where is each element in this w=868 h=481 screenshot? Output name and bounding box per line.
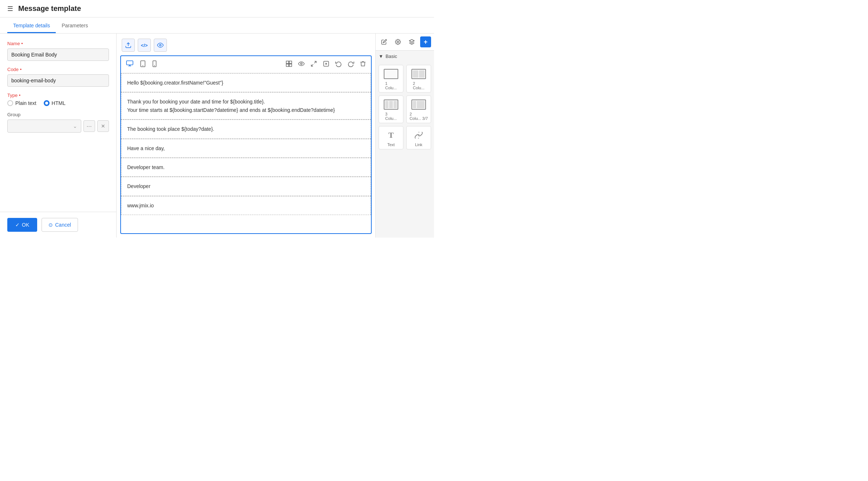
svg-line-14 [311, 64, 313, 66]
name-label: Name • [7, 41, 109, 46]
radio-html-label: HTML [52, 100, 66, 106]
group-row: ⌄ ··· ✕ [7, 120, 109, 133]
block-1col[interactable]: 1Colu... [379, 65, 403, 93]
cancel-button[interactable]: ⊙ Cancel [42, 218, 78, 232]
content-block-4[interactable]: Developer team. [121, 158, 371, 177]
ok-check-icon: ✓ [15, 222, 20, 228]
content-block-2-text: The booking took place ${today?date}. [127, 125, 365, 133]
center-panel: </> [117, 34, 376, 238]
content-block-5[interactable]: Developer [121, 177, 371, 196]
basic-section-header: ▼ Basic [376, 51, 434, 62]
editor-area: Hello ${booking.creator.firstName!"Guest… [120, 55, 372, 234]
group-clear-button[interactable]: ✕ [97, 120, 109, 132]
tablet-device-button[interactable] [138, 59, 147, 70]
ok-button[interactable]: ✓ OK [7, 218, 37, 232]
undo-button[interactable] [334, 59, 343, 70]
content-block-0[interactable]: Hello ${booking.creator.firstName!"Guest… [121, 73, 371, 92]
block-3col[interactable]: 3Colu... [379, 95, 403, 123]
header: ☰ Message template [0, 0, 434, 17]
type-options: Plain text HTML [7, 100, 109, 106]
type-field-group: Type • Plain text HTML [7, 93, 109, 106]
block-2col-37-label: 2Colu... 3/7 [410, 112, 428, 121]
radio-html-circle [44, 100, 50, 106]
desktop-device-button[interactable] [125, 59, 135, 70]
mobile-device-button[interactable] [151, 59, 158, 70]
image-remove-button[interactable] [321, 59, 331, 70]
svg-rect-9 [289, 61, 292, 64]
type-label: Type • [7, 93, 109, 98]
code-label: Code • [7, 67, 109, 72]
content-block-3-text: Have a nice day, [127, 144, 365, 152]
radio-html[interactable]: HTML [44, 100, 66, 106]
edit-tool-button[interactable] [379, 36, 390, 47]
block-2col-37[interactable]: 2Colu... 3/7 [406, 95, 431, 123]
settings-button[interactable] [392, 36, 403, 47]
svg-rect-8 [286, 61, 289, 64]
redo-button[interactable] [346, 59, 356, 70]
blocks-grid: 1Colu... 2Colu... 3Colu... [376, 62, 434, 152]
group-label: Group [7, 112, 109, 117]
content-block-3[interactable]: Have a nice day, [121, 139, 371, 158]
block-3col-label: 3Colu... [385, 112, 397, 121]
tab-template-details[interactable]: Template details [7, 19, 56, 33]
form-footer: ✓ OK ⊙ Cancel [0, 212, 117, 238]
group-more-button[interactable]: ··· [83, 120, 95, 132]
right-panel-toolbar: + [376, 34, 434, 51]
preview-button[interactable] [154, 39, 167, 52]
editor-content: Hello ${booking.creator.firstName!"Guest… [121, 73, 371, 233]
editor-empty-space [121, 215, 371, 230]
svg-rect-2 [126, 61, 133, 65]
block-2col-37-icon [411, 99, 426, 110]
radio-plain-text-label: Plain text [15, 100, 36, 106]
content-block-5-text: Developer [127, 182, 365, 190]
device-icons [125, 59, 158, 70]
left-panel: Name • Code • Type • Plain text [0, 34, 117, 238]
delete-button[interactable] [359, 59, 367, 70]
svg-line-13 [314, 61, 316, 63]
block-link[interactable]: Link [406, 126, 431, 149]
visibility-button[interactable] [297, 59, 306, 70]
block-1col-icon [384, 69, 398, 79]
tabs-bar: Template details Parameters [0, 19, 434, 34]
svg-point-1 [160, 44, 161, 46]
block-text-icon: T [384, 130, 398, 140]
block-link-icon [411, 130, 426, 140]
svg-point-12 [301, 63, 302, 65]
editor-top-toolbar: </> [120, 37, 372, 55]
block-3col-icon [384, 99, 398, 110]
editor-actions [284, 59, 367, 70]
upload-button[interactable] [122, 39, 135, 52]
block-1col-label: 1Colu... [385, 81, 397, 90]
group-select[interactable]: ⌄ [7, 120, 81, 133]
content-block-4-text: Developer team. [127, 163, 365, 171]
layers-button[interactable] [406, 36, 417, 47]
add-block-button[interactable]: + [420, 36, 431, 47]
content-block-1[interactable]: Thank you for booking your date and time… [121, 92, 371, 120]
fullscreen-button[interactable] [309, 59, 318, 70]
svg-point-18 [397, 41, 399, 43]
page-title: Message template [18, 4, 81, 13]
cancel-label: Cancel [55, 222, 71, 228]
name-input[interactable] [7, 48, 109, 61]
block-2col[interactable]: 2Colu... [406, 65, 431, 93]
ok-label: OK [22, 222, 29, 228]
block-2col-icon [411, 69, 426, 79]
radio-plain-text[interactable]: Plain text [7, 100, 36, 106]
editor-device-bar [121, 56, 371, 73]
block-link-label: Link [415, 142, 422, 147]
content-block-6-text: www.jmix.io [127, 202, 365, 210]
code-input[interactable] [7, 74, 109, 87]
content-block-6[interactable]: www.jmix.io [121, 196, 371, 215]
block-2col-label: 2Colu... [413, 81, 425, 90]
main-layout: Name • Code • Type • Plain text [0, 34, 434, 238]
group-field-group: Group ⌄ ··· ✕ [7, 112, 109, 133]
content-block-2[interactable]: The booking took place ${today?date}. [121, 120, 371, 138]
code-view-button[interactable]: </> [138, 39, 151, 52]
select-tool-button[interactable] [284, 59, 294, 70]
block-text[interactable]: T Text [379, 126, 403, 149]
menu-icon[interactable]: ☰ [7, 5, 13, 13]
tab-parameters[interactable]: Parameters [56, 19, 94, 33]
block-text-label: Text [387, 142, 395, 147]
code-field-group: Code • [7, 67, 109, 87]
right-panel: + ▼ Basic 1Colu... 2Colu... [376, 34, 434, 238]
